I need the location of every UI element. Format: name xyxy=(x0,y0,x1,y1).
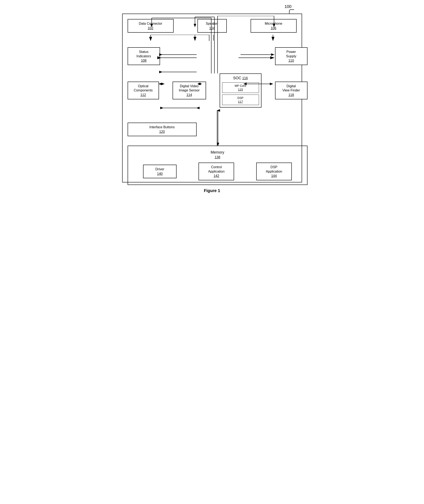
speaker-num: 104 xyxy=(201,26,223,30)
row4: Interface Buttons 120 xyxy=(128,123,197,136)
memory-label: Memory xyxy=(132,150,303,155)
memory-box: Memory 138 Driver 140 ControlApplication… xyxy=(128,146,307,185)
microphone-label: Microphone xyxy=(265,22,282,25)
dvis-box: Digital VideoImage Sensor 114 xyxy=(173,81,206,100)
optical-components-num: 112 xyxy=(131,93,156,97)
dvis-num: 114 xyxy=(176,93,203,97)
control-application-label: ControlApplication xyxy=(208,165,224,173)
row3: OpticalComponents 112 Digital VideoImage… xyxy=(128,74,307,107)
soc-box: SOC 116 MP Core 115 DSP 117 xyxy=(220,74,262,107)
control-application-box: ControlApplication 142 xyxy=(199,162,234,180)
dvf-num: 118 xyxy=(278,93,304,97)
mp-core-box: MP Core 115 xyxy=(222,82,259,93)
dsp-num: 117 xyxy=(238,100,243,103)
dsp-label: DSP xyxy=(237,96,243,100)
dsp-application-num: 144 xyxy=(260,174,288,178)
optical-components-box: OpticalComponents 112 xyxy=(128,81,159,100)
row1: Data Connector 102 Speaker 104 Microphon… xyxy=(128,19,297,33)
memory-num: 138 xyxy=(132,156,303,159)
driver-num: 140 xyxy=(146,172,173,176)
diagram-top-label: 100 xyxy=(285,4,291,9)
main-diagram-box: Data Connector 102 Speaker 104 Microphon… xyxy=(122,14,302,182)
dvis-label: Digital VideoImage Sensor xyxy=(179,84,200,92)
power-supply-label: PowerSupply xyxy=(286,50,296,58)
interface-buttons-num: 120 xyxy=(131,130,193,134)
status-indicators-label: StatusIndicators xyxy=(136,50,151,58)
status-indicators-num: 108 xyxy=(131,59,157,62)
data-connector-label: Data Connector xyxy=(139,22,162,25)
mp-core-label: MP Core xyxy=(235,84,246,87)
data-connector-box: Data Connector 102 xyxy=(128,19,174,33)
figure-caption: Figure 1 xyxy=(204,188,220,193)
dsp-inner-box: DSP 117 xyxy=(222,94,259,105)
power-supply-box: PowerSupply 110 xyxy=(275,47,307,65)
optical-components-label: OpticalComponents xyxy=(134,84,153,92)
memory-inner: Driver 140 ControlApplication 142 DSPApp… xyxy=(132,162,303,180)
control-application-num: 142 xyxy=(202,174,231,178)
dvf-label: DigitalView Finder xyxy=(282,84,300,92)
mp-core-num: 115 xyxy=(238,88,243,91)
diagram-wrapper: StatusIndicators 108 PowerSupply 110 Opt… xyxy=(128,35,307,177)
power-supply-num: 110 xyxy=(278,59,304,62)
status-indicators-box: StatusIndicators 108 xyxy=(128,47,160,65)
dsp-application-box: DSPApplication 144 xyxy=(256,162,292,180)
dsp-application-label: DSPApplication xyxy=(266,165,282,173)
microphone-num: 106 xyxy=(254,26,293,30)
speaker-box: Speaker 104 xyxy=(198,19,227,33)
driver-box: Driver 140 xyxy=(143,165,176,178)
speaker-label: Speaker xyxy=(206,22,218,25)
row2: StatusIndicators 108 PowerSupply 110 xyxy=(128,47,307,65)
dvf-box: DigitalView Finder 118 xyxy=(275,81,307,100)
soc-label: SOC xyxy=(233,76,241,80)
interface-buttons-label: Interface Buttons xyxy=(149,125,175,129)
driver-label: Driver xyxy=(156,167,164,171)
page-container: 100 Data Connector 102 Speaker 104 Micro… xyxy=(118,4,306,193)
data-connector-num: 102 xyxy=(131,26,170,30)
microphone-box: Microphone 106 xyxy=(251,19,297,33)
interface-buttons-box: Interface Buttons 120 xyxy=(128,123,197,136)
soc-num: 116 xyxy=(242,76,248,80)
